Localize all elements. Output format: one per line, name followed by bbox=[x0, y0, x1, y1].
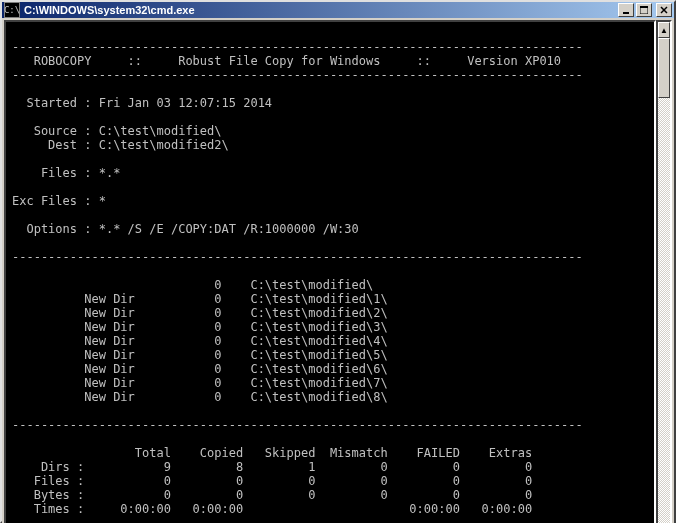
scroll-track[interactable] bbox=[658, 38, 670, 523]
cmd-icon: C:\ bbox=[4, 2, 20, 18]
scroll-thumb[interactable] bbox=[658, 38, 670, 98]
maximize-button[interactable] bbox=[636, 3, 652, 17]
minimize-button[interactable] bbox=[618, 3, 634, 17]
vertical-scrollbar[interactable]: ▲ ▼ bbox=[656, 20, 672, 523]
window-title: C:\WINDOWS\system32\cmd.exe bbox=[24, 4, 618, 16]
close-button[interactable] bbox=[656, 3, 672, 17]
console-output[interactable]: ----------------------------------------… bbox=[4, 20, 656, 523]
svg-rect-2 bbox=[640, 6, 648, 8]
svg-rect-0 bbox=[623, 12, 629, 14]
console-area: ----------------------------------------… bbox=[2, 18, 674, 523]
window-controls bbox=[618, 3, 672, 17]
cmd-window: C:\ C:\WINDOWS\system32\cmd.exe --------… bbox=[0, 0, 676, 523]
scroll-up-button[interactable]: ▲ bbox=[658, 22, 670, 38]
titlebar[interactable]: C:\ C:\WINDOWS\system32\cmd.exe bbox=[2, 2, 674, 18]
